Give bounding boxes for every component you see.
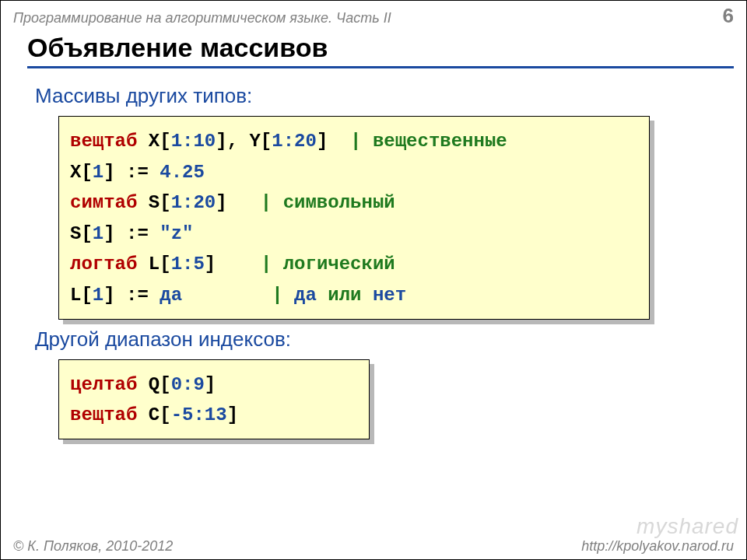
code-comment: | логический: [261, 254, 395, 275]
slide-footer: © К. Поляков, 2010-2012 http://kpolyakov…: [1, 538, 746, 555]
code-value: "z": [160, 223, 193, 244]
footer-copyright: © К. Поляков, 2010-2012: [13, 538, 173, 555]
code-value: да: [294, 285, 317, 306]
code-keyword: симтаб: [70, 192, 137, 213]
code-text: ]: [216, 192, 261, 213]
code-comment: или: [317, 285, 373, 306]
code-value: да: [160, 285, 182, 306]
code-text: S[: [70, 223, 93, 244]
code-comment: |: [272, 285, 294, 306]
slide-title: Объявление массивов: [27, 33, 734, 68]
code-text: ] :=: [103, 285, 160, 306]
breadcrumb: Программирование на алгоритмическом язык…: [13, 10, 391, 26]
copyright-symbol: ©: [13, 538, 23, 554]
code-block-1: вещтаб X[1:10], Y[1:20] | вещественные X…: [58, 116, 650, 320]
footer-url: http://kpolyakov.narod.ru: [581, 538, 734, 555]
watermark: myshared: [637, 514, 738, 539]
code-text: [182, 285, 272, 306]
code-range: 1:20: [171, 192, 216, 213]
code-text: X[: [70, 162, 93, 183]
code-range: 0:9: [171, 374, 205, 395]
slide-root: Программирование на алгоритмическом язык…: [0, 0, 747, 560]
code-block-2: целтаб Q[0:9] вещтаб C[-5:13]: [58, 359, 370, 439]
code-text: ]: [227, 404, 238, 425]
code-block-inner: целтаб Q[0:9] вещтаб C[-5:13]: [58, 359, 370, 439]
code-range: 1:20: [272, 131, 317, 152]
code-comment: | символьный: [261, 192, 395, 213]
code-text: Q[: [137, 374, 170, 395]
code-keyword: вещтаб: [70, 404, 137, 425]
code-block-inner: вещтаб X[1:10], Y[1:20] | вещественные X…: [58, 116, 650, 320]
section-heading-1: Массивы других типов:: [35, 84, 724, 108]
code-text: S[: [137, 192, 170, 213]
code-text: ]: [317, 131, 350, 152]
code-keyword: целтаб: [70, 374, 137, 395]
slide-header: Программирование на алгоритмическом язык…: [1, 1, 746, 28]
watermark-text: myshared: [637, 514, 738, 538]
code-text: ]: [205, 374, 216, 395]
code-text: L[: [70, 285, 93, 306]
code-value: 4.25: [160, 162, 205, 183]
slide-body: Массивы других типов: вещтаб X[1:10], Y[…: [1, 68, 746, 439]
code-index: 1: [93, 285, 103, 306]
code-range: 1:5: [171, 254, 205, 275]
code-index: 1: [93, 162, 103, 183]
code-comment: | вещественные: [350, 131, 507, 152]
code-keyword: вещтаб: [70, 131, 137, 152]
code-text: ], Y[: [216, 131, 272, 152]
code-text: L[: [137, 254, 170, 275]
code-text: ]: [205, 254, 261, 275]
code-text: X[: [137, 131, 170, 152]
code-text: ] :=: [103, 223, 160, 244]
page-number: 6: [723, 4, 734, 28]
code-text: ] :=: [103, 162, 160, 183]
code-range: -5:13: [171, 404, 227, 425]
section-heading-2: Другой диапазон индексов:: [35, 327, 724, 352]
code-value: нет: [373, 285, 406, 306]
code-text: C[: [137, 404, 170, 425]
code-range: 1:10: [171, 131, 216, 152]
code-index: 1: [93, 223, 103, 244]
copyright-text: К. Поляков, 2010-2012: [23, 538, 173, 554]
code-keyword: логтаб: [70, 254, 137, 275]
